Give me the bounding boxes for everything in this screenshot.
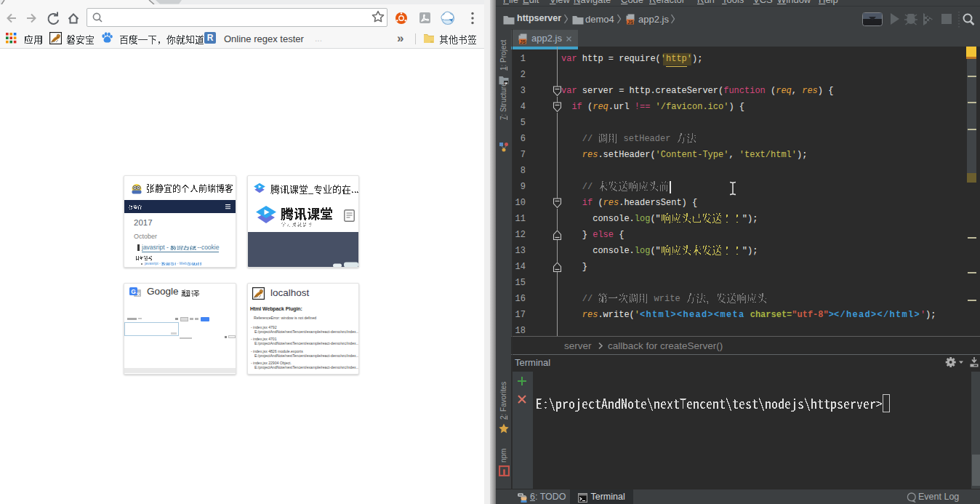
svg-text:JS: JS — [627, 20, 634, 25]
svg-text:G: G — [131, 288, 136, 295]
svg-text:JS: JS — [520, 39, 526, 44]
